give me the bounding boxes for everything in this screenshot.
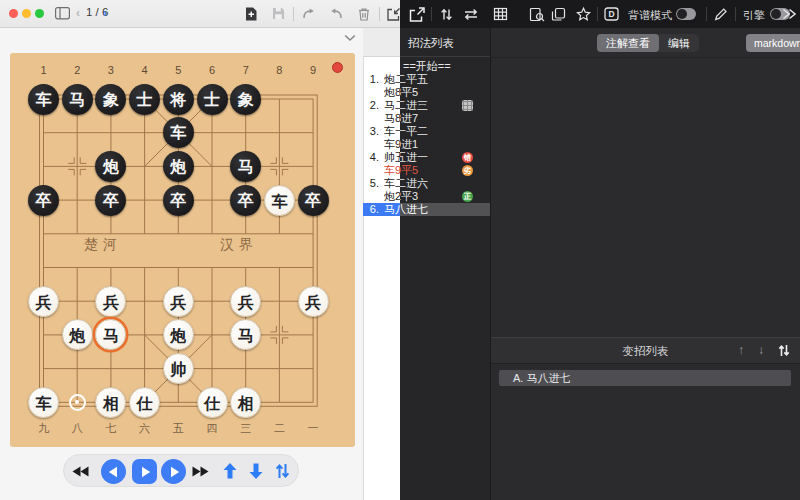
move-number: 3.	[363, 125, 379, 138]
share-icon[interactable]	[408, 7, 425, 23]
black-piece-卒[interactable]: 卒	[28, 185, 59, 216]
start-label: ==开始==	[403, 60, 451, 73]
undo-icon[interactable]	[329, 7, 344, 21]
board-grid-icon[interactable]	[493, 7, 508, 21]
import-position-icon[interactable]	[386, 7, 401, 21]
black-piece-卒[interactable]: 卒	[163, 185, 194, 216]
red-piece-炮[interactable]: 炮	[62, 319, 93, 350]
swap-sides-icon[interactable]	[463, 7, 479, 22]
next-move-button[interactable]	[161, 459, 186, 484]
chevron-down-icon[interactable]	[344, 34, 356, 42]
markdown-button[interactable]: markdown	[746, 34, 800, 52]
board-pane: 123456789 九八七六五四三二一 楚河 汉界 车马象士将士象车炮炮马卒卒卒…	[0, 28, 363, 500]
file-number: 5	[168, 64, 188, 76]
variations-title: 变招列表	[491, 344, 800, 359]
move-number: 1.	[363, 73, 379, 86]
file-label: 一	[303, 421, 323, 436]
forward-to-end-icon[interactable]	[192, 466, 217, 491]
previous-move-button[interactable]	[101, 459, 126, 484]
variations-header-bar: 变招列表 ↑ ↓	[491, 337, 800, 364]
black-piece-象[interactable]: 象	[95, 84, 126, 115]
move-badge-board	[462, 100, 473, 111]
sidebar-toggle-icon[interactable]	[55, 7, 70, 20]
svg-text:D: D	[608, 9, 614, 19]
minimize-window-button[interactable]	[22, 9, 31, 18]
file-number: 9	[303, 64, 323, 76]
red-piece-帅[interactable]: 帅	[163, 353, 194, 384]
move-badge-orange: 劣	[462, 165, 473, 176]
close-window-button[interactable]	[9, 9, 18, 18]
black-piece-车[interactable]: 车	[28, 84, 59, 115]
file-number: 7	[236, 64, 256, 76]
file-number: 6	[202, 64, 222, 76]
red-piece-炮[interactable]: 炮	[163, 319, 194, 350]
black-piece-卒[interactable]: 卒	[298, 185, 329, 216]
black-piece-士[interactable]: 士	[197, 84, 228, 115]
red-piece-兵[interactable]: 兵	[230, 286, 261, 317]
black-piece-炮[interactable]: 炮	[163, 151, 194, 182]
dictionary-d-icon[interactable]: D	[604, 7, 619, 21]
black-piece-马[interactable]: 马	[230, 151, 261, 182]
red-piece-兵[interactable]: 兵	[298, 286, 329, 317]
variation-item[interactable]: A. 马八进七	[499, 370, 791, 386]
variations-list: A. 马八进七	[499, 370, 791, 389]
xiangqi-app-window: { "toolbar": { "page_indicator": "1 / 6"…	[0, 0, 800, 500]
move-number: 5.	[363, 177, 379, 190]
up-variation-icon[interactable]	[223, 463, 248, 488]
file-number: 4	[135, 64, 155, 76]
play-button[interactable]	[132, 459, 157, 484]
sort-order-icon[interactable]	[275, 463, 300, 488]
memorize-mode-toggle[interactable]	[676, 8, 696, 20]
black-piece-士[interactable]: 士	[129, 84, 160, 115]
move-list-light-sliver-header	[363, 28, 400, 57]
more-tools-chevrons-icon[interactable]	[781, 7, 797, 21]
favorite-star-icon[interactable]	[576, 7, 591, 22]
new-document-icon[interactable]	[245, 7, 257, 21]
zoom-window-button[interactable]	[35, 9, 44, 18]
file-label: 九	[34, 421, 54, 436]
red-piece-车[interactable]: 车	[264, 185, 295, 216]
red-piece-相[interactable]: 相	[230, 387, 261, 418]
rewind-to-start-icon[interactable]	[72, 466, 97, 491]
redo-icon[interactable]	[301, 7, 316, 21]
red-piece-仕[interactable]: 仕	[197, 387, 228, 418]
save-icon[interactable]	[272, 7, 285, 20]
red-piece-兵[interactable]: 兵	[28, 286, 59, 317]
annotate-pen-icon[interactable]	[713, 7, 728, 22]
black-piece-车[interactable]: 车	[163, 117, 194, 148]
black-piece-将[interactable]: 将	[163, 84, 194, 115]
black-piece-卒[interactable]: 卒	[95, 185, 126, 216]
prev-page-button[interactable]: ‹	[76, 6, 80, 20]
sort-moves-icon[interactable]	[439, 7, 454, 22]
tab-annotation-view[interactable]: 注解查看	[597, 34, 659, 52]
next-page-button[interactable]: ›	[103, 6, 107, 20]
red-piece-兵[interactable]: 兵	[163, 286, 194, 317]
memorize-mode-label: 背谱模式	[628, 8, 672, 23]
copy-icon[interactable]	[551, 7, 566, 21]
xiangqi-board[interactable]: 123456789 九八七六五四三二一 楚河 汉界 车马象士将士象车炮炮马卒卒卒…	[10, 53, 355, 447]
variation-sort-icon[interactable]	[778, 343, 790, 357]
file-label: 八	[67, 421, 87, 436]
trash-icon[interactable]	[357, 7, 371, 21]
move-origin-marker	[69, 394, 86, 411]
black-piece-卒[interactable]: 卒	[230, 185, 261, 216]
variation-down-icon[interactable]: ↓	[758, 343, 764, 357]
black-piece-马[interactable]: 马	[62, 84, 93, 115]
red-piece-相[interactable]: 相	[95, 387, 126, 418]
file-label: 三	[236, 421, 256, 436]
river-label-right: 汉界	[220, 236, 258, 254]
file-label: 五	[168, 421, 188, 436]
file-label: 二	[269, 421, 289, 436]
search-document-icon[interactable]	[529, 7, 545, 22]
toolbar-dark: D 背谱模式 引擎	[400, 0, 800, 28]
move-badge-green: 正	[462, 191, 473, 202]
red-piece-仕[interactable]: 仕	[129, 387, 160, 418]
down-variation-icon[interactable]	[249, 463, 274, 488]
red-piece-车[interactable]: 车	[28, 387, 59, 418]
black-piece-象[interactable]: 象	[230, 84, 261, 115]
tab-annotation-edit[interactable]: 编辑	[659, 34, 699, 52]
variation-up-icon[interactable]: ↑	[738, 343, 744, 357]
annotation-pane: 注解查看 编辑 markdown 变招列表 ↑ ↓ A. 马八进七	[490, 28, 800, 500]
move-list-title: 招法列表	[408, 36, 454, 51]
red-piece-兵[interactable]: 兵	[95, 286, 126, 317]
